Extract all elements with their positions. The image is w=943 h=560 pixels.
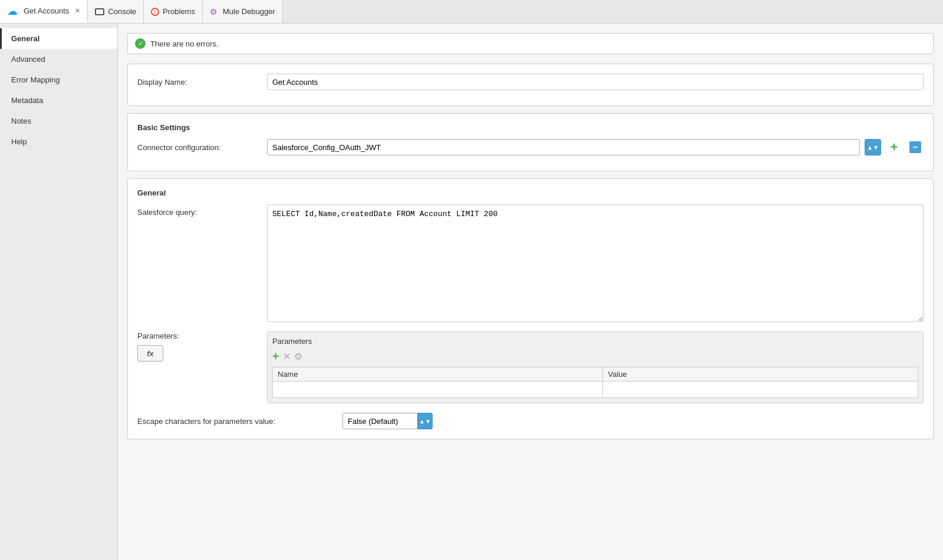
fx-button[interactable]: fx [137, 345, 163, 362]
debugger-icon: ⚙ [210, 7, 219, 16]
params-value-cell[interactable] [603, 382, 918, 398]
connector-config-arrow-button[interactable]: ▲▼ [865, 139, 881, 155]
connector-select-wrapper: Salesforce_Config_OAuth_JWT [267, 139, 860, 155]
content-area: ✓ There are no errors. Display Name: Bas… [118, 24, 943, 560]
basic-settings-section: Basic Settings Connector configuration: … [127, 113, 934, 171]
sidebar: General Advanced Error Mapping Metadata … [0, 24, 118, 560]
tab-close-button[interactable]: ✕ [75, 7, 80, 15]
display-name-input[interactable] [267, 74, 924, 90]
escape-select-wrapper: False (Default) ▲▼ [342, 413, 433, 429]
salesforce-icon: ☁ [7, 5, 18, 18]
connector-config-label: Connector configuration: [137, 143, 267, 152]
tab-problems[interactable]: ! Problems [144, 0, 203, 23]
status-bar: ✓ There are no errors. [127, 33, 934, 54]
escape-select-arrow-button[interactable]: ▲▼ [417, 413, 433, 429]
connector-config-controls: Salesforce_Config_OAuth_JWT ▲▼ + ✏ [267, 139, 924, 155]
connector-edit-button[interactable]: ✏ [907, 139, 924, 155]
parameters-table-wrapper: Parameters + ✕ ⚙ Name Value [267, 332, 924, 403]
sidebar-item-metadata[interactable]: Metadata [0, 90, 117, 111]
tab-console[interactable]: Console [88, 0, 144, 23]
problems-icon: ! [151, 8, 159, 16]
sidebar-item-advanced[interactable]: Advanced [0, 49, 117, 69]
parameters-row: Parameters: fx Parameters + ✕ ⚙ Name [137, 332, 924, 403]
params-col-name: Name [273, 367, 603, 382]
parameters-add-button[interactable]: + [272, 350, 279, 362]
parameters-delete-button[interactable]: ✕ [283, 351, 291, 362]
connector-add-button[interactable]: + [886, 139, 902, 155]
display-name-section: Display Name: [127, 64, 934, 106]
salesforce-query-row: Salesforce query: SELECT Id,Name,created… [137, 204, 924, 322]
salesforce-query-label: Salesforce query: [137, 204, 267, 217]
status-ok-icon: ✓ [135, 38, 146, 49]
escape-label: Escape characters for parameters value: [137, 417, 338, 426]
parameters-settings-button[interactable]: ⚙ [294, 351, 302, 362]
parameters-label: Parameters: [137, 332, 267, 340]
sidebar-item-help[interactable]: Help [0, 131, 117, 152]
tab-mule-debugger[interactable]: ⚙ Mule Debugger [203, 0, 283, 23]
general-section: General Salesforce query: SELECT Id,Name… [127, 178, 934, 439]
tab-console-label: Console [108, 7, 136, 16]
display-name-label: Display Name: [137, 78, 267, 87]
parameters-table: Name Value [272, 367, 918, 398]
tab-bar: ☁ Get Accounts ✕ Console ! Problems ⚙ Mu… [0, 0, 943, 24]
console-icon [95, 8, 104, 15]
status-message: There are no errors. [150, 39, 219, 48]
salesforce-query-input[interactable]: SELECT Id,Name,createdDate FROM Account … [267, 204, 924, 322]
main-layout: General Advanced Error Mapping Metadata … [0, 24, 943, 560]
table-row [273, 382, 918, 398]
escape-row: Escape characters for parameters value: … [137, 413, 924, 429]
parameters-title: Parameters [272, 337, 918, 346]
display-name-row: Display Name: [137, 74, 924, 90]
sidebar-item-error-mapping[interactable]: Error Mapping [0, 69, 117, 90]
tab-get-accounts[interactable]: ☁ Get Accounts ✕ [0, 0, 88, 23]
parameters-toolbar: + ✕ ⚙ [272, 350, 918, 362]
params-col-value: Value [603, 367, 918, 382]
edit-pencil-icon: ✏ [909, 141, 921, 153]
sidebar-item-general[interactable]: General [0, 28, 117, 49]
parameters-label-col: Parameters: fx [137, 332, 267, 362]
params-name-cell[interactable] [273, 382, 603, 398]
escape-select[interactable]: False (Default) [342, 413, 418, 429]
connector-config-select[interactable]: Salesforce_Config_OAuth_JWT [267, 139, 860, 155]
tab-get-accounts-label: Get Accounts [24, 6, 69, 15]
sidebar-item-notes[interactable]: Notes [0, 111, 117, 131]
general-section-title: General [137, 188, 924, 197]
basic-settings-title: Basic Settings [137, 123, 924, 132]
tab-mule-debugger-label: Mule Debugger [223, 7, 275, 16]
tab-problems-label: Problems [163, 7, 195, 16]
connector-config-row: Connector configuration: Salesforce_Conf… [137, 139, 924, 155]
